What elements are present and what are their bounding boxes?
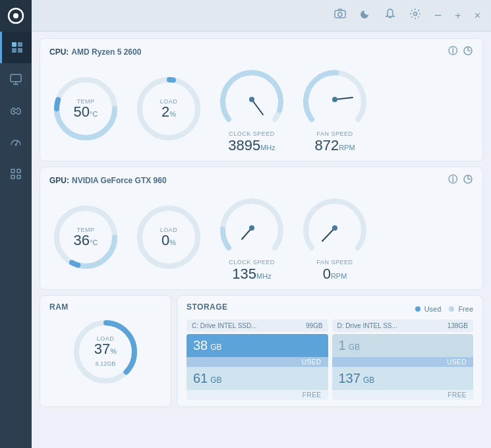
- sidebar-item-gauge[interactable]: [0, 126, 32, 158]
- svg-rect-6: [11, 74, 21, 82]
- maximize-icon[interactable]: +: [455, 10, 461, 22]
- cpu-chart-icon[interactable]: [463, 45, 473, 58]
- ram-sub-label: 6.12GB: [96, 360, 116, 367]
- gpu-fan-info: FAN SPEED 0RPM: [316, 259, 353, 283]
- svg-rect-4: [12, 48, 16, 53]
- ram-gauge: LOAD 37% 6.12GB: [69, 316, 142, 388]
- svg-rect-16: [11, 175, 14, 179]
- gpu-name: NVIDIA GeForce GTX 960: [72, 176, 167, 185]
- svg-rect-17: [17, 175, 20, 179]
- svg-line-29: [335, 98, 353, 99]
- cpu-name: AMD Ryzen 5 2600: [71, 47, 141, 57]
- svg-point-11: [17, 110, 18, 111]
- drive-d-used-unit: GB: [349, 343, 360, 352]
- bell-icon[interactable]: [384, 8, 396, 23]
- drive-d-header: D: Drive INTEL SS... 138GB: [332, 320, 474, 332]
- svg-point-28: [249, 97, 254, 102]
- cpu-clock-label: CLOCK SPEED: [228, 130, 275, 137]
- cpu-load-value-container: LOAD 2%: [160, 98, 178, 119]
- drive-d-free-bar: 137 GB: [332, 367, 474, 390]
- svg-line-38: [322, 228, 335, 241]
- gpu-fan-value: 0RPM: [316, 266, 353, 283]
- gpu-chart-icon[interactable]: [463, 174, 473, 186]
- cpu-info-icon[interactable]: ⓘ: [448, 45, 457, 58]
- settings-icon[interactable]: [409, 8, 421, 23]
- gpu-panel: GPU: NVIDIA GeForce GTX 960 ⓘ: [40, 167, 483, 290]
- drive-c: C: Drive INTEL SSD... 99GB 38 GB USED 61…: [187, 320, 328, 400]
- cpu-load-gauge: LOAD 2%: [132, 72, 205, 145]
- camera-icon[interactable]: [334, 8, 346, 23]
- drive-c-used-bar: 38 GB: [187, 334, 328, 357]
- cpu-title-label: CPU:: [49, 47, 69, 57]
- cpu-temp-gauge: TEMP 50°C: [49, 72, 122, 145]
- sidebar-item-monitor[interactable]: [0, 63, 32, 95]
- cpu-fan-value: 872RPM: [314, 137, 355, 154]
- gpu-clock-dial: CLOCK SPEED 135MHz: [216, 192, 288, 283]
- sidebar-item-dashboard[interactable]: [0, 32, 32, 63]
- sidebar-item-grid[interactable]: [0, 158, 32, 190]
- cpu-fan-info: FAN SPEED 872RPM: [314, 130, 355, 154]
- storage-header: STORAGE Used Free: [187, 302, 473, 316]
- minimize-icon[interactable]: −: [434, 8, 442, 23]
- gpu-title-label: GPU:: [49, 176, 69, 185]
- drive-c-used-label: USED: [187, 357, 328, 367]
- drive-d-free-value: 137: [339, 371, 361, 386]
- ram-gauge-wrapper: LOAD 37% 6.12GB: [49, 316, 161, 388]
- legend-free: Free: [449, 305, 473, 313]
- logo: [0, 0, 32, 32]
- cpu-temp-value: 50°C: [74, 103, 98, 120]
- moon-icon[interactable]: [359, 8, 371, 23]
- cpu-panel-title: CPU: AMD Ryzen 5 2600 ⓘ: [49, 45, 473, 58]
- gpu-fan-dial: FAN SPEED 0RPM: [299, 192, 371, 283]
- svg-rect-5: [18, 48, 22, 53]
- legend-used-dot: [415, 306, 420, 312]
- sidebar-item-gamepad[interactable]: [0, 95, 32, 126]
- sidebar: [0, 0, 32, 448]
- drive-d-free-label: FREE: [332, 390, 474, 400]
- gpu-clock-label: CLOCK SPEED: [229, 259, 275, 266]
- gpu-gauges-row: TEMP 36°C LOAD 0%: [49, 192, 473, 283]
- drive-c-total: 99GB: [306, 322, 323, 329]
- drive-d-used-bar: 1 GB: [332, 334, 474, 357]
- drive-c-used-unit: GB: [210, 343, 221, 352]
- legend-free-label: Free: [458, 305, 473, 313]
- gpu-load-gauge: LOAD 0%: [132, 201, 205, 273]
- legend-free-dot: [449, 306, 454, 312]
- svg-line-27: [252, 99, 263, 115]
- cpu-temp-value-container: TEMP 50°C: [74, 98, 98, 119]
- cpu-clock-dial: CLOCK SPEED 3895MHz: [216, 63, 288, 154]
- cpu-load-value: 2%: [161, 103, 176, 120]
- svg-point-19: [338, 13, 342, 16]
- drive-c-used-value: 38: [193, 338, 208, 353]
- drive-c-name: C: Drive INTEL SSD...: [192, 322, 257, 329]
- svg-rect-3: [18, 42, 22, 47]
- drive-c-free-value: 61: [193, 371, 208, 386]
- cpu-fan-dial: FAN SPEED 872RPM: [299, 63, 371, 154]
- cpu-panel: CPU: AMD Ryzen 5 2600 ⓘ: [40, 38, 483, 161]
- cpu-clock-value: 3895MHz: [228, 137, 275, 154]
- svg-rect-15: [17, 169, 20, 173]
- close-icon[interactable]: ×: [475, 10, 480, 22]
- svg-point-1: [13, 13, 18, 18]
- drives-grid: C: Drive INTEL SSD... 99GB 38 GB USED 61…: [187, 320, 473, 400]
- drive-c-header: C: Drive INTEL SSD... 99GB: [187, 320, 328, 332]
- legend-used-label: Used: [424, 305, 442, 313]
- drive-c-free-label: FREE: [187, 390, 328, 400]
- ram-load-container: LOAD 37% 6.12GB: [88, 335, 124, 368]
- svg-point-20: [413, 13, 417, 16]
- drive-d-used-label: USED: [332, 357, 474, 367]
- drive-c-free-bar: 61 GB: [187, 367, 328, 390]
- gpu-load-value: 0%: [161, 232, 176, 248]
- drive-d-total: 138GB: [448, 322, 468, 329]
- gpu-temp-gauge: TEMP 36°C: [49, 201, 122, 273]
- topbar: − + ×: [32, 0, 491, 32]
- storage-panel: STORAGE Used Free: [177, 295, 483, 407]
- cpu-fan-label: FAN SPEED: [314, 130, 355, 137]
- legend-used: Used: [415, 305, 442, 313]
- gpu-temp-value-container: TEMP 36°C: [74, 227, 98, 248]
- storage-legend: Used Free: [415, 305, 473, 313]
- gpu-fan-label: FAN SPEED: [316, 259, 353, 266]
- svg-point-30: [332, 97, 337, 102]
- gpu-clock-value: 135MHz: [229, 266, 275, 283]
- gpu-info-icon[interactable]: ⓘ: [448, 174, 457, 186]
